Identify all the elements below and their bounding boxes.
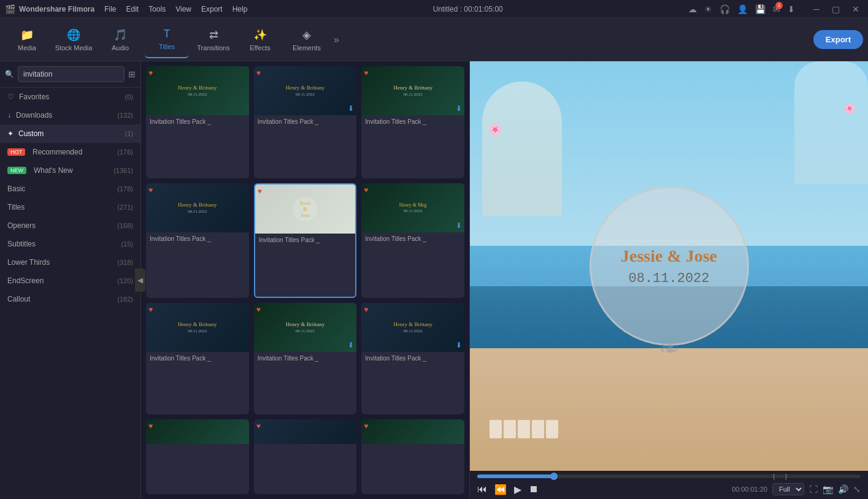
thumb-card-5[interactable]: ♥ Jesse&Jose Invitation Titles Pack _ — [254, 183, 357, 298]
play-button[interactable]: ▶ — [514, 484, 521, 495]
menu-view[interactable]: View — [175, 5, 191, 13]
sidebar-item-endscreen-label: EndScreen — [7, 276, 44, 285]
mail-icon[interactable]: ✉ 1 — [773, 4, 780, 14]
brightness-icon[interactable]: ☀ — [704, 4, 712, 14]
audio-icon: 🎵 — [113, 28, 127, 42]
download-icon[interactable]: ⬇ — [788, 4, 795, 14]
menu-help[interactable]: Help — [232, 5, 248, 13]
app-name: Wondershare Filmora — [19, 5, 94, 13]
thumb-card-8[interactable]: ♥ Henry & Brittany08.11.2022 ⬇ Invitatio… — [254, 303, 357, 415]
export-button[interactable]: Export — [813, 30, 863, 49]
sidebar-item-callout[interactable]: Callout (182) — [0, 290, 140, 308]
quality-select[interactable]: Full 1/2 1/4 — [772, 483, 804, 495]
thumb-card-10[interactable]: ♥ — [146, 419, 249, 494]
sidebar-item-favorites[interactable]: ♡ Favorites (0) — [0, 88, 140, 106]
sidebar-item-favorites-left: ♡ Favorites — [7, 93, 49, 101]
thumb-card-6[interactable]: ♥ Henry & Meg08.11.2022 ⬇ Invitation Tit… — [361, 183, 464, 298]
screenshot-icon[interactable]: 📷 — [823, 484, 833, 494]
thumb-text-4: Henry & Brittany08.11.2022 — [178, 202, 217, 214]
menu-tools[interactable]: Tools — [148, 5, 166, 13]
heart-icon-6: ♥ — [364, 186, 368, 194]
app-logo-icon: 🎬 — [5, 4, 15, 14]
tool-stock-media[interactable]: 🌐 Stock Media — [52, 21, 96, 58]
close-button[interactable]: ✕ — [848, 3, 863, 15]
progress-handle[interactable] — [550, 473, 558, 480]
heart-icon-9: ♥ — [364, 305, 368, 314]
heart-icon-12: ♥ — [364, 422, 368, 430]
sidebar-callout-count: (182) — [117, 295, 133, 303]
cloud-icon[interactable]: ☁ — [688, 4, 697, 14]
tool-effects[interactable]: ✨ Effects — [238, 21, 282, 58]
fullscreen-icon[interactable]: ⛶ — [809, 484, 818, 494]
tool-titles-label: Titles — [159, 43, 175, 50]
sidebar-item-subtitles[interactable]: Subtitles (15) — [0, 235, 140, 253]
zoom-fit-icon[interactable]: ⤡ — [853, 484, 861, 494]
tool-titles[interactable]: T Titles — [145, 21, 189, 58]
sidebar-item-openers[interactable]: Openers (168) — [0, 216, 140, 235]
save-icon[interactable]: 💾 — [755, 4, 766, 14]
heart-icon-7: ♥ — [148, 305, 153, 314]
thumb-preview-5: ♥ Jesse&Jose — [255, 185, 356, 234]
center-panel: ◀ ♥ Henry & Brittany08.11.2022 Invitatio… — [141, 61, 469, 499]
download-icon-6: ⬇ — [456, 221, 462, 230]
menu-export[interactable]: Export — [201, 5, 223, 13]
tool-transitions[interactable]: ⇄ Transitions — [191, 21, 236, 58]
tool-audio[interactable]: 🎵 Audio — [98, 21, 142, 58]
user-icon[interactable]: 👤 — [737, 4, 748, 14]
thumb-card-1[interactable]: ♥ Henry & Brittany08.11.2022 Invitation … — [146, 66, 249, 178]
sidebar-basic-count: (178) — [117, 185, 133, 192]
arch-left — [482, 82, 562, 216]
heart-icon-5: ♥ — [258, 187, 262, 196]
playback-row: ⏮ ⏪ ▶ ⏹ 00:00:01:20 Full 1/2 1/4 ⛶ 📷 🔊 ⤡ — [477, 483, 861, 495]
thumb-card-11[interactable]: ♥ — [254, 419, 357, 494]
thumb-card-12[interactable]: ♥ — [361, 419, 464, 494]
grid-view-icon[interactable]: ⊞ — [128, 69, 136, 79]
thumb-text-6: Henry & Meg08.11.2022 — [399, 202, 427, 213]
sidebar-item-whats-new[interactable]: NEW What's New (1361) — [0, 161, 140, 180]
flower-deco-right: 🌸 — [843, 102, 856, 114]
sidebar-item-basic[interactable]: Basic (178) — [0, 180, 140, 198]
sidebar-item-downloads-label: Downloads — [16, 111, 52, 120]
sidebar-item-lower-thirds-left: Lower Thirds — [7, 258, 50, 267]
tool-media-label: Media — [18, 44, 36, 51]
tool-media[interactable]: 📁 Media — [5, 21, 49, 58]
tool-elements[interactable]: ◈ Elements — [285, 21, 329, 58]
volume-icon[interactable]: 🔊 — [838, 484, 848, 494]
menu-bar: 🎬 Wondershare Filmora File Edit Tools Vi… — [0, 0, 868, 18]
menu-file[interactable]: File — [104, 5, 116, 13]
toolbar-more-button[interactable]: » — [334, 34, 339, 45]
thumb-label-2: Invitation Titles Pack _ — [254, 115, 357, 128]
sidebar-item-downloads[interactable]: ↓ Downloads (132) — [0, 106, 140, 124]
minimize-button[interactable]: ─ — [810, 3, 823, 15]
search-input[interactable] — [18, 66, 125, 82]
sidebar-item-endscreen[interactable]: EndScreen (120) — [0, 272, 140, 290]
sidebar-item-custom[interactable]: ✦ Custom (1) — [0, 124, 140, 143]
step-back-button[interactable]: ⏪ — [494, 484, 507, 495]
thumb-preview-10: ♥ — [146, 419, 249, 444]
sidebar-item-lower-thirds[interactable]: Lower Thirds (318) — [0, 253, 140, 272]
thumb-card-3[interactable]: ♥ Henry & Brittany08.11.2022 ⬇ Invitatio… — [361, 66, 464, 178]
titles-icon: T — [164, 28, 171, 40]
menu-edit[interactable]: Edit — [126, 5, 139, 13]
rewind-button[interactable]: ⏮ — [477, 484, 487, 495]
favorites-icon: ♡ — [7, 93, 14, 101]
thumb-card-4[interactable]: ♥ Henry & Brittany08.11.2022 Invitation … — [146, 183, 249, 298]
download-icon-3: ⬇ — [456, 104, 462, 113]
stop-button[interactable]: ⏹ — [529, 484, 539, 495]
headphone-icon[interactable]: 🎧 — [720, 4, 730, 14]
thumb-preview-7: ♥ Henry & Brittany08.11.2022 — [146, 303, 249, 352]
sidebar-item-recommended[interactable]: HOT Recommended (176) — [0, 143, 140, 161]
thumb-card-7[interactable]: ♥ Henry & Brittany08.11.2022 Invitation … — [146, 303, 249, 415]
thumb-text-3: Henry & Brittany08.11.2022 — [393, 85, 432, 97]
chairs-row — [490, 420, 558, 438]
sidebar-item-titles[interactable]: Titles (271) — [0, 198, 140, 216]
thumb-card-2[interactable]: ♥ Henry & Brittany08.11.2022 ⬇ Invitatio… — [254, 66, 357, 178]
progress-bar[interactable]: { } — [477, 474, 861, 478]
sidebar-item-callout-left: Callout — [7, 295, 30, 303]
search-bar: 🔍 ⊞ — [0, 61, 140, 88]
maximize-button[interactable]: ▢ — [828, 3, 843, 15]
app-logo: 🎬 Wondershare Filmora — [5, 4, 94, 14]
collapse-arrow[interactable]: ◀ — [135, 269, 145, 292]
thumb-card-9[interactable]: ♥ Henry & Brittany08.11.2022 ⬇ Invitatio… — [361, 303, 464, 415]
thumb-label-8: Invitation Titles Pack _ — [254, 352, 357, 365]
